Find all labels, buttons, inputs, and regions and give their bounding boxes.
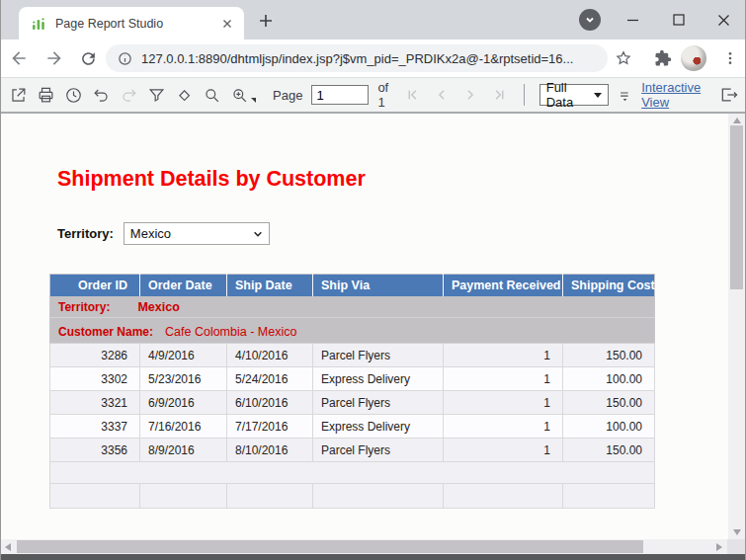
group-customer-value: Cafe Colombia - Mexico: [165, 325, 296, 339]
url-text: 127.0.0.1:8890/dhtmljsp/index.jsp?j$vm_p…: [141, 51, 573, 66]
redo-icon[interactable]: [120, 85, 138, 105]
schedule-clock-icon[interactable]: [64, 85, 83, 105]
table-cell: 3321: [50, 391, 140, 415]
browser-window: Page Report Studio: [0, 0, 746, 560]
horizontal-scrollbar-thumb[interactable]: [17, 540, 643, 553]
nav-last-icon[interactable]: [489, 85, 509, 105]
table-cell: 3302: [50, 367, 140, 391]
window-close-button[interactable]: [708, 6, 738, 34]
back-icon[interactable]: [9, 48, 29, 68]
browser-tab[interactable]: Page Report Studio: [19, 7, 244, 40]
window-minimize-button[interactable]: [618, 6, 647, 34]
group-territory-label: Territory:: [58, 300, 110, 314]
territory-parameter-row: Territory: Mexico: [57, 222, 270, 245]
print-icon[interactable]: [37, 85, 55, 105]
bookmark-star-icon[interactable]: [614, 48, 633, 68]
table-row: 33377/16/20167/17/2016Express Delivery11…: [50, 415, 655, 439]
table-cell: 4/10/2016: [227, 344, 313, 367]
menu-dots-icon[interactable]: [720, 48, 740, 68]
scroll-down-icon[interactable]: [728, 525, 745, 539]
forward-icon[interactable]: [44, 48, 64, 68]
window-bottom-edge: [1, 554, 745, 560]
report-title: Shipment Details by Customer: [57, 167, 366, 192]
select-diamond-icon[interactable]: [175, 85, 194, 105]
table-cell: Parcel Flyers: [313, 344, 444, 367]
group-territory-value: Mexico: [137, 300, 179, 314]
table-cell: 4/9/2016: [140, 344, 227, 367]
column-header: Order Date: [140, 275, 227, 296]
table-cell: 6/9/2016: [140, 391, 227, 415]
table-cell: 7/17/2016: [227, 415, 313, 439]
zoom-in-icon[interactable]: [230, 85, 249, 105]
zoom-dropdown-caret-icon[interactable]: [251, 98, 256, 103]
nav-first-icon[interactable]: [403, 85, 423, 105]
profile-avatar[interactable]: [681, 45, 706, 71]
app-favicon-icon: [31, 16, 46, 32]
address-bar: 127.0.0.1:8890/dhtmljsp/index.jsp?j$vm_p…: [1, 40, 745, 77]
table-cell: 1: [444, 439, 563, 462]
table-header-row: Order IDOrder DateShip DateShip ViaPayme…: [50, 275, 655, 296]
page-total-label: of 1: [377, 80, 394, 110]
table-row: 33025/23/20165/24/2016Express Delivery11…: [50, 367, 655, 391]
scroll-right-icon[interactable]: [712, 539, 726, 554]
vertical-scrollbar[interactable]: [728, 114, 745, 539]
report-content: Shipment Details by Customer Territory: …: [1, 114, 745, 539]
reload-icon[interactable]: [78, 48, 98, 68]
table-cell: 1: [444, 344, 563, 367]
table-cell: 6/10/2016: [227, 391, 313, 415]
search-icon[interactable]: [203, 85, 221, 105]
undo-icon[interactable]: [92, 85, 111, 105]
territory-select[interactable]: Mexico: [124, 222, 270, 245]
column-header: Order ID: [50, 275, 140, 296]
shipment-table: Order IDOrder DateShip DateShip ViaPayme…: [49, 274, 655, 509]
column-header: Ship Via: [313, 275, 444, 296]
new-tab-button[interactable]: [256, 11, 276, 31]
vertical-scrollbar-thumb[interactable]: [730, 125, 743, 289]
table-cell: 8/9/2016: [140, 439, 227, 462]
table-cell: 1: [444, 391, 563, 415]
tab-close-icon[interactable]: [220, 17, 234, 31]
column-header: Payment Received: [444, 275, 563, 296]
interactive-view-link[interactable]: Interactive View: [641, 80, 710, 110]
data-mode-value: Full Data: [546, 80, 594, 110]
territory-label: Territory:: [57, 226, 114, 241]
table-row: 32864/9/20164/10/2016Parcel Flyers1150.0…: [50, 344, 655, 367]
group-customer-label: Customer Name:: [58, 325, 153, 339]
media-controls-icon[interactable]: [579, 9, 601, 31]
table-cell: 150.00: [563, 344, 655, 367]
toolbar-options-icon[interactable]: [618, 85, 632, 105]
table-cell: Express Delivery: [313, 415, 444, 439]
empty-row: [50, 462, 655, 484]
tab-strip: Page Report Studio: [1, 0, 745, 40]
scrollbar-corner: [727, 539, 745, 554]
table-row: 33568/9/20168/10/2016Parcel Flyers1150.0…: [50, 439, 655, 462]
table-cell: 100.00: [563, 415, 655, 439]
table-cell: 5/23/2016: [140, 367, 227, 391]
tab-title: Page Report Studio: [55, 17, 220, 31]
horizontal-scrollbar[interactable]: [1, 539, 745, 554]
nav-next-icon[interactable]: [460, 85, 480, 105]
window-maximize-button[interactable]: [664, 6, 694, 34]
select-arrow-icon: [594, 93, 602, 98]
url-omnibox[interactable]: 127.0.0.1:8890/dhtmljsp/index.jsp?j$vm_p…: [106, 44, 608, 72]
table-cell: Parcel Flyers: [313, 391, 444, 415]
page-number-input[interactable]: [311, 85, 369, 105]
column-header: Shipping Cost: [563, 275, 655, 296]
table-cell: 3337: [50, 415, 140, 439]
table-cell: 150.00: [563, 439, 655, 462]
table-cell: Express Delivery: [313, 367, 444, 391]
page-info-icon[interactable]: [118, 51, 132, 66]
table-body: Territory:Mexico Customer Name:Cafe Colo…: [50, 296, 655, 509]
export-icon[interactable]: [9, 85, 28, 105]
table-cell: 3286: [50, 344, 140, 367]
filter-funnel-icon[interactable]: [147, 85, 166, 105]
extensions-puzzle-icon[interactable]: [653, 48, 673, 68]
nav-prev-icon[interactable]: [432, 85, 452, 105]
table-cell: 1: [444, 415, 563, 439]
table-cell: Parcel Flyers: [313, 439, 444, 462]
exit-icon[interactable]: [719, 85, 739, 105]
scroll-left-icon[interactable]: [1, 539, 15, 554]
report-toolbar: Page of 1 Full Data Interactive View: [1, 77, 745, 114]
table-cell: 1: [444, 367, 563, 391]
data-mode-select[interactable]: Full Data: [539, 84, 609, 106]
